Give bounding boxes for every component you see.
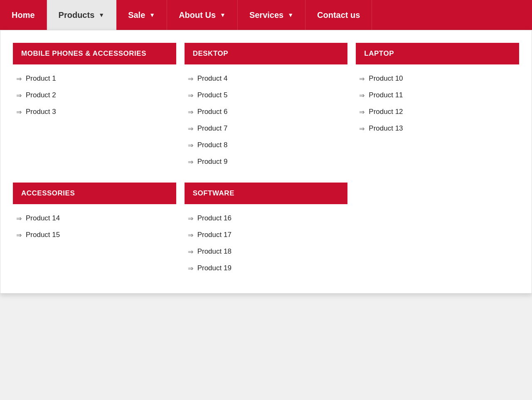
dropdown-col-accessories: ACCESSORIES ⇒ Product 14 ⇒ Product 15 (13, 183, 176, 277)
category-header-desktop: DESKTOP (185, 43, 348, 64)
product-link-p5[interactable]: ⇒ Product 5 (185, 87, 348, 104)
arrow-right-icon-p6: ⇒ (188, 108, 193, 116)
arrow-right-icon-p3: ⇒ (16, 108, 22, 116)
product-label-p4: Product 4 (197, 74, 228, 83)
dropdown-row1: MOBILE PHONES & ACCESSORIES ⇒ Product 1 … (13, 43, 519, 170)
product-label-p18: Product 18 (197, 247, 232, 256)
product-link-p1[interactable]: ⇒ Product 1 (13, 70, 176, 87)
product-label-p13: Product 13 (369, 124, 403, 133)
category-header-software: SOFTWARE (185, 183, 348, 204)
product-label-p1: Product 1 (26, 74, 56, 83)
arrow-right-icon-p17: ⇒ (188, 231, 193, 239)
product-link-p19[interactable]: ⇒ Product 19 (185, 260, 348, 277)
product-link-p13[interactable]: ⇒ Product 13 (356, 120, 519, 137)
arrow-right-icon-p15: ⇒ (16, 231, 22, 239)
nav-services[interactable]: Services ▼ (238, 0, 305, 30)
product-label-p7: Product 7 (197, 124, 228, 133)
arrow-right-icon-p19: ⇒ (188, 264, 193, 272)
product-label-p14: Product 14 (26, 214, 60, 222)
nav-contact-us-label: Contact us (317, 10, 360, 20)
arrow-right-icon-p4: ⇒ (188, 75, 193, 83)
product-link-p3[interactable]: ⇒ Product 3 (13, 104, 176, 120)
product-link-p10[interactable]: ⇒ Product 10 (356, 70, 519, 87)
product-link-p6[interactable]: ⇒ Product 6 (185, 104, 348, 120)
product-label-p16: Product 16 (197, 214, 232, 222)
products-dropdown-icon: ▼ (99, 12, 104, 18)
product-label-p12: Product 12 (369, 108, 403, 116)
nav-about-us-label: About Us (179, 10, 216, 20)
sale-dropdown-icon: ▼ (149, 12, 155, 18)
nav-contact-us[interactable]: Contact us (305, 0, 372, 30)
product-link-p7[interactable]: ⇒ Product 7 (185, 120, 348, 137)
product-link-p9[interactable]: ⇒ Product 9 (185, 153, 348, 170)
product-label-p2: Product 2 (26, 91, 56, 99)
product-link-p2[interactable]: ⇒ Product 2 (13, 87, 176, 104)
arrow-right-icon-p16: ⇒ (188, 215, 193, 222)
product-link-p14[interactable]: ⇒ Product 14 (13, 210, 176, 227)
products-dropdown-panel: MOBILE PHONES & ACCESSORIES ⇒ Product 1 … (0, 30, 532, 294)
dropdown-col-laptop: LAPTOP ⇒ Product 10 ⇒ Product 11 ⇒ Produ… (356, 43, 519, 170)
about-dropdown-icon: ▼ (220, 12, 226, 18)
arrow-right-icon-p5: ⇒ (188, 91, 193, 99)
arrow-right-icon-p18: ⇒ (188, 248, 193, 256)
arrow-right-icon-p7: ⇒ (188, 125, 193, 133)
product-label-p8: Product 8 (197, 141, 228, 149)
arrow-right-icon-p11: ⇒ (359, 91, 365, 99)
product-link-p4[interactable]: ⇒ Product 4 (185, 70, 348, 87)
arrow-right-icon-p8: ⇒ (188, 141, 193, 149)
product-label-p19: Product 19 (197, 264, 232, 272)
nav-products[interactable]: Products ▼ (47, 0, 117, 30)
product-label-p11: Product 11 (369, 91, 403, 99)
arrow-right-icon-p10: ⇒ (359, 75, 365, 83)
arrow-right-icon-p12: ⇒ (359, 108, 365, 116)
product-label-p6: Product 6 (197, 108, 228, 116)
product-link-p16[interactable]: ⇒ Product 16 (185, 210, 348, 227)
nav-about-us[interactable]: About Us ▼ (167, 0, 238, 30)
product-link-p17[interactable]: ⇒ Product 17 (185, 227, 348, 243)
product-label-p9: Product 9 (197, 158, 228, 166)
dropdown-col-software: SOFTWARE ⇒ Product 16 ⇒ Product 17 ⇒ Pro… (185, 183, 348, 277)
arrow-right-icon-p13: ⇒ (359, 125, 365, 133)
navbar: Home Products ▼ Sale ▼ About Us ▼ Servic… (0, 0, 532, 30)
services-dropdown-icon: ▼ (288, 12, 293, 18)
product-label-p15: Product 15 (26, 231, 60, 239)
product-label-p17: Product 17 (197, 231, 232, 239)
product-label-p5: Product 5 (197, 91, 228, 99)
nav-sale[interactable]: Sale ▼ (116, 0, 167, 30)
product-label-p3: Product 3 (26, 108, 56, 116)
nav-sale-label: Sale (128, 10, 145, 20)
nav-home-label: Home (12, 10, 35, 20)
arrow-right-icon-p1: ⇒ (16, 75, 22, 83)
category-header-accessories: ACCESSORIES (13, 183, 176, 204)
product-link-p11[interactable]: ⇒ Product 11 (356, 87, 519, 104)
dropdown-row2: ACCESSORIES ⇒ Product 14 ⇒ Product 15 SO… (13, 183, 519, 277)
category-header-laptop: LAPTOP (356, 43, 519, 64)
arrow-right-icon-p14: ⇒ (16, 215, 22, 222)
arrow-right-icon-p2: ⇒ (16, 91, 22, 99)
dropdown-col-mobile: MOBILE PHONES & ACCESSORIES ⇒ Product 1 … (13, 43, 176, 170)
arrow-right-icon-p9: ⇒ (188, 158, 193, 166)
product-link-p15[interactable]: ⇒ Product 15 (13, 227, 176, 243)
product-link-p18[interactable]: ⇒ Product 18 (185, 243, 348, 260)
category-header-mobile: MOBILE PHONES & ACCESSORIES (13, 43, 176, 64)
product-link-p8[interactable]: ⇒ Product 8 (185, 137, 348, 153)
nav-products-label: Products (59, 10, 95, 20)
nav-home[interactable]: Home (0, 0, 47, 30)
product-label-p10: Product 10 (369, 74, 403, 83)
product-link-p12[interactable]: ⇒ Product 12 (356, 104, 519, 120)
dropdown-col-desktop: DESKTOP ⇒ Product 4 ⇒ Product 5 ⇒ Produc… (185, 43, 348, 170)
nav-services-label: Services (249, 10, 283, 20)
